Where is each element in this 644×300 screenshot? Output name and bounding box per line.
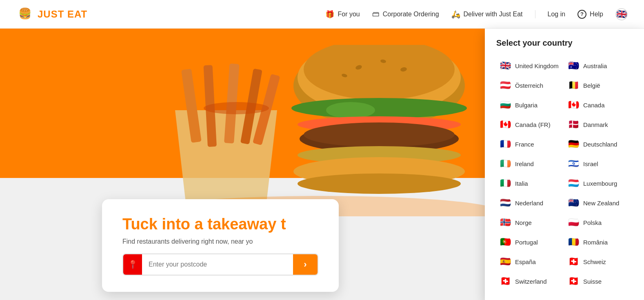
- svg-point-18: [379, 99, 436, 117]
- country-name-label: New Zealand: [583, 200, 619, 207]
- country-name-label: Ireland: [515, 160, 534, 167]
- country-name-label: Schweiz: [583, 258, 606, 265]
- logo-icon: 🍔: [16, 6, 33, 23]
- country-flag-icon: 🇨🇭: [500, 276, 511, 287]
- nav-for-you[interactable]: 🎁 For you: [325, 10, 360, 19]
- nav-login[interactable]: Log in: [548, 11, 566, 18]
- svg-point-21: [304, 122, 455, 147]
- language-flag-button[interactable]: 🇬🇧: [615, 8, 628, 20]
- country-flag-icon: 🇪🇸: [500, 256, 511, 267]
- gift-icon: 🎁: [325, 10, 334, 19]
- country-flag-icon: 🇫🇷: [500, 138, 511, 150]
- svg-text:🍔: 🍔: [18, 7, 32, 20]
- country-item[interactable]: 🇮🇹 Italia: [496, 173, 564, 193]
- country-item[interactable]: 🇵🇹 Portugal: [496, 232, 564, 252]
- nav-login-label: Log in: [548, 11, 566, 18]
- country-grid: 🇬🇧 United Kingdom 🇦🇺 Australia 🇦🇹 Österr…: [496, 56, 633, 291]
- hero-title: Tuck into a takeaway t: [122, 216, 318, 233]
- country-flag-icon: 🇦🇺: [568, 60, 579, 71]
- nav-divider: [535, 10, 535, 18]
- search-bar: 📍 ›: [122, 253, 318, 276]
- country-item[interactable]: 🇱🇺 Luxembourg: [564, 173, 633, 193]
- country-flag-icon: 🇳🇱: [500, 197, 511, 209]
- country-name-label: Deutschland: [583, 141, 617, 148]
- country-name-label: Suisse: [583, 278, 602, 285]
- country-item[interactable]: 🇧🇬 Bulgaria: [496, 95, 564, 115]
- country-item[interactable]: 🇦🇺 Australia: [564, 56, 633, 76]
- country-item[interactable]: 🇷🇴 România: [564, 232, 633, 252]
- postcode-icon: 📍: [128, 260, 138, 269]
- country-name-label: France: [515, 141, 534, 148]
- logo[interactable]: 🍔 JUST EAT: [16, 6, 87, 23]
- country-item[interactable]: 🇪🇸 España: [496, 252, 564, 271]
- country-flag-icon: 🇩🇰: [568, 119, 579, 130]
- country-flag-icon: 🇵🇱: [568, 217, 579, 228]
- country-flag-icon: 🇨🇦: [500, 119, 511, 130]
- country-flag-icon: 🇦🇹: [500, 80, 511, 91]
- nav-help[interactable]: ? Help: [577, 10, 603, 19]
- country-item[interactable]: 🇬🇧 United Kingdom: [496, 56, 564, 76]
- country-name-label: Portugal: [515, 239, 538, 246]
- country-name-label: Canada (FR): [515, 121, 551, 128]
- country-flag-icon: 🇱🇺: [568, 178, 579, 189]
- postcode-input[interactable]: [142, 261, 293, 268]
- country-item[interactable]: 🇩🇪 Deutschland: [564, 134, 633, 154]
- country-name-label: Nederland: [515, 200, 543, 207]
- country-item[interactable]: 🇧🇪 België: [564, 76, 633, 95]
- country-item[interactable]: 🇩🇰 Danmark: [564, 115, 633, 134]
- country-flag-icon: 🇧🇬: [500, 99, 511, 111]
- country-item[interactable]: 🇳🇿 New Zealand: [564, 193, 633, 213]
- country-flag-icon: 🇨🇭: [568, 256, 579, 267]
- country-name-label: België: [583, 82, 600, 89]
- nav-help-label: Help: [590, 11, 603, 18]
- country-flag-icon: 🇮🇱: [568, 158, 579, 169]
- country-flag-icon: 🇳🇿: [568, 197, 579, 209]
- deliver-icon: 🛵: [451, 10, 460, 19]
- country-name-label: Canada: [583, 102, 605, 109]
- dropdown-title: Select your country: [496, 38, 633, 48]
- country-flag-icon: 🇨🇭: [568, 276, 579, 287]
- header: 🍔 JUST EAT 🎁 For you 🗃 Corporate Orderin…: [0, 0, 644, 29]
- help-circle-icon: ?: [577, 10, 586, 19]
- country-item[interactable]: 🇦🇹 Österreich: [496, 76, 564, 95]
- nav-deliver[interactable]: 🛵 Deliver with Just Eat: [451, 10, 523, 19]
- nav-corporate[interactable]: 🗃 Corporate Ordering: [372, 10, 439, 18]
- country-item[interactable]: 🇮🇪 Ireland: [496, 154, 564, 173]
- country-item[interactable]: 🇨🇦 Canada (FR): [496, 115, 564, 134]
- country-item[interactable]: 🇨🇭 Schweiz: [564, 252, 633, 271]
- country-name-label: Österreich: [515, 82, 543, 89]
- nav-for-you-label: For you: [338, 11, 360, 18]
- country-flag-icon: 🇧🇪: [568, 80, 579, 91]
- country-flag-icon: 🇩🇪: [568, 138, 579, 150]
- country-flag-icon: 🇮🇹: [500, 178, 511, 189]
- country-dropdown: Select your country 🇬🇧 United Kingdom 🇦🇺…: [485, 29, 644, 300]
- country-item[interactable]: 🇨🇭 Suisse: [564, 271, 633, 291]
- country-name-label: Luxembourg: [583, 180, 617, 187]
- country-name-label: Switzerland: [515, 278, 547, 285]
- postcode-icon-wrap: 📍: [123, 253, 142, 276]
- country-name-label: España: [515, 258, 536, 265]
- country-name-label: România: [583, 239, 608, 246]
- header-nav: 🎁 For you 🗃 Corporate Ordering 🛵 Deliver…: [325, 8, 628, 20]
- search-go-button[interactable]: ›: [293, 254, 318, 275]
- country-name-label: Polska: [583, 219, 602, 226]
- corporate-icon: 🗃: [372, 10, 380, 18]
- country-item[interactable]: 🇫🇷 France: [496, 134, 564, 154]
- country-name-label: Italia: [515, 180, 528, 187]
- country-item[interactable]: 🇵🇱 Polska: [564, 213, 633, 232]
- svg-point-17: [326, 102, 375, 118]
- country-item[interactable]: 🇨🇦 Canada: [564, 95, 633, 115]
- country-name-label: Norge: [515, 219, 532, 226]
- country-item[interactable]: 🇳🇱 Nederland: [496, 193, 564, 213]
- country-item[interactable]: 🇨🇭 Switzerland: [496, 271, 564, 291]
- nav-corporate-label: Corporate Ordering: [383, 11, 439, 18]
- svg-point-8: [204, 102, 269, 114]
- country-flag-icon: 🇷🇴: [568, 236, 579, 248]
- country-flag-icon: 🇵🇹: [500, 236, 511, 248]
- hero-subtitle: Find restaurants delivering right now, n…: [122, 238, 318, 245]
- country-name-label: Australia: [583, 62, 607, 69]
- country-item[interactable]: 🇳🇴 Norge: [496, 213, 564, 232]
- country-name-label: Israel: [583, 160, 598, 167]
- country-item[interactable]: 🇮🇱 Israel: [564, 154, 633, 173]
- country-name-label: Danmark: [583, 121, 608, 128]
